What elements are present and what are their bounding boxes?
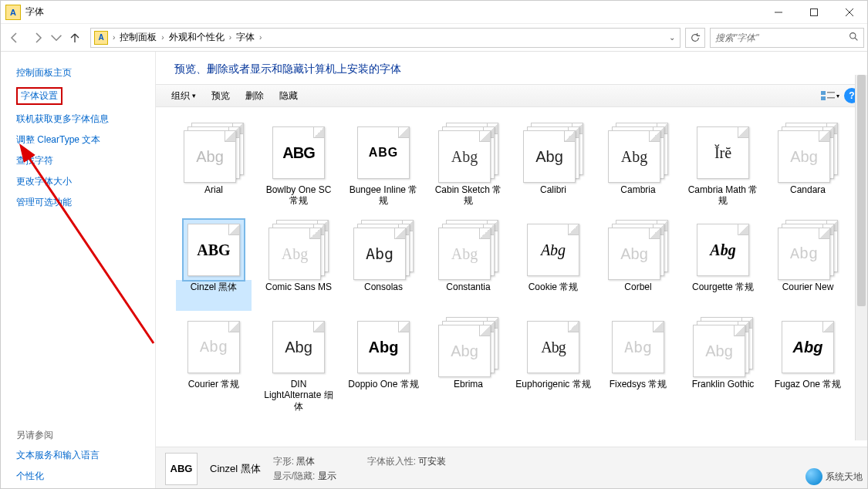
breadcrumb-item[interactable]: 字体: [233, 29, 258, 47]
fonts-app-icon: A: [5, 5, 21, 20]
sidebar: 控制面板主页字体设置联机获取更多字体信息调整 ClearType 文本查找字符更…: [1, 52, 155, 489]
fonts-location-icon: A: [94, 31, 108, 45]
font-name-label: Courier 常规: [176, 377, 252, 408]
font-item[interactable]: AbgAbgAbgFixedsys 常规: [599, 315, 677, 415]
font-item[interactable]: AbgEbrima: [429, 315, 508, 415]
breadcrumb-dropdown[interactable]: ⌄: [664, 33, 680, 42]
search-input[interactable]: [715, 32, 849, 43]
font-name-label: Comic Sans MS: [261, 280, 336, 311]
font-name-label: Courier New: [770, 280, 846, 311]
chevron-right-icon[interactable]: ›: [258, 33, 263, 42]
font-name-label: Cookie 常规: [515, 280, 591, 311]
sidebar-link[interactable]: 调整 ClearType 文本: [16, 130, 155, 150]
page-title: 预览、删除或者显示和隐藏计算机上安装的字体: [174, 62, 849, 76]
font-item[interactable]: AbgFranklin Gothic: [684, 315, 762, 415]
details-show-label: 显示/隐藏:: [273, 470, 316, 481]
recent-dropdown[interactable]: [50, 27, 62, 49]
font-name-label: Cinzel 黑体: [176, 280, 252, 311]
svg-rect-1: [811, 8, 818, 15]
font-item[interactable]: ABGABGABGBowlby One SC 常规: [259, 121, 338, 215]
search-icon[interactable]: [849, 31, 859, 45]
page-header: 预览、删除或者显示和隐藏计算机上安装的字体: [156, 52, 867, 84]
font-item[interactable]: AbgAbgAbgCookie 常规: [514, 218, 593, 312]
font-item[interactable]: AbgCabin Sketch 常规: [429, 121, 508, 215]
sidebar-link[interactable]: 更改字体大小: [16, 171, 155, 192]
font-item[interactable]: AbgArial: [174, 121, 253, 215]
font-item[interactable]: AbgAbgAbgDoppio One 常规: [344, 315, 423, 415]
font-name-label: Constantia: [431, 280, 506, 311]
details-thumbnail: ABG: [165, 453, 198, 485]
sidebar-link[interactable]: 控制面板主页: [16, 62, 155, 83]
details-embed-value: 可安装: [418, 456, 446, 467]
font-item[interactable]: ABGABGABGCinzel 黑体: [174, 218, 253, 312]
back-button[interactable]: [4, 27, 25, 49]
delete-button[interactable]: 删除: [238, 85, 272, 106]
seealso-link[interactable]: 文本服务和输入语言: [16, 445, 155, 466]
font-name-label: Fugaz One 常规: [770, 377, 846, 408]
sidebar-link[interactable]: 字体设置: [16, 83, 155, 109]
font-name-label: Fixedsys 常规: [600, 377, 676, 408]
font-item[interactable]: AbgAbgAbgFugaz One 常规: [768, 315, 847, 415]
details-pane: ABG Cinzel 黑体 字形: 黑体 字体嵌入性: 可安装 显示/隐藏: 显…: [156, 447, 867, 489]
font-item[interactable]: ĬrĕĬrĕĬrĕCambria Math 常规: [684, 121, 762, 215]
font-item[interactable]: AbgCalibri: [514, 121, 593, 215]
preview-button[interactable]: 预览: [204, 85, 238, 106]
font-item[interactable]: AbgConsolas: [344, 218, 423, 312]
search-box[interactable]: [710, 28, 864, 48]
toolbar: 组织 预览 删除 隐藏 ▾ ?: [156, 84, 867, 107]
font-name-label: Ebrima: [431, 377, 506, 408]
scrollbar[interactable]: [855, 75, 867, 440]
refresh-button[interactable]: [685, 28, 705, 48]
scrollbar-thumb[interactable]: [857, 75, 866, 306]
font-item[interactable]: AbgAbgAbgEuphorigenic 常规: [514, 315, 593, 415]
up-button[interactable]: [64, 27, 86, 49]
fonts-grid: AbgArialABGABGABGBowlby One SC 常规ABGABGA…: [156, 107, 867, 447]
chevron-right-icon[interactable]: ›: [228, 33, 233, 42]
sidebar-link[interactable]: 查找字符: [16, 150, 155, 171]
font-name-label: Candara: [770, 183, 846, 214]
svg-rect-8: [821, 96, 826, 100]
seealso-link[interactable]: 个性化: [16, 466, 155, 487]
font-name-label: DIN LightAlternate 细体: [261, 377, 336, 413]
view-options-button[interactable]: ▾: [819, 90, 841, 101]
svg-point-4: [850, 32, 856, 38]
sidebar-link[interactable]: 管理可选功能: [16, 192, 155, 213]
font-item[interactable]: AbgCourier New: [768, 218, 847, 312]
breadcrumb-item[interactable]: 控制面板: [117, 29, 160, 47]
maximize-button[interactable]: [796, 1, 832, 24]
close-button[interactable]: [832, 1, 867, 24]
forward-button[interactable]: [27, 27, 49, 49]
details-show-value: 显示: [318, 470, 336, 481]
font-item[interactable]: ABGABGABGBungee Inline 常规: [344, 121, 423, 215]
font-item[interactable]: AbgAbgAbgCourgette 常规: [684, 218, 762, 312]
sidebar-link[interactable]: 联机获取更多字体信息: [16, 109, 155, 130]
font-item[interactable]: AbgCorbel: [599, 218, 677, 312]
window-title: 字体: [25, 5, 761, 19]
chevron-right-icon[interactable]: ›: [111, 33, 117, 42]
breadcrumb-item[interactable]: 外观和个性化: [166, 29, 228, 47]
minimize-button[interactable]: [761, 1, 796, 24]
details-style-label: 字形:: [273, 456, 294, 467]
hide-button[interactable]: 隐藏: [272, 85, 306, 106]
chevron-right-icon[interactable]: ›: [160, 33, 165, 42]
svg-rect-10: [827, 97, 835, 99]
navigation-bar: A › 控制面板 › 外观和个性化 › 字体 › ⌄: [1, 24, 867, 52]
main-area: 预览、删除或者显示和隐藏计算机上安装的字体 组织 预览 删除 隐藏 ▾ ? Ab…: [155, 52, 867, 489]
font-item[interactable]: AbgCambria: [599, 121, 677, 215]
font-item[interactable]: AbgAbgAbgDIN LightAlternate 细体: [259, 315, 338, 415]
font-name-label: Courgette 常规: [685, 280, 761, 311]
font-name-label: Bungee Inline 常规: [346, 183, 421, 214]
organize-button[interactable]: 组织: [164, 85, 204, 106]
font-item[interactable]: AbgComic Sans MS: [259, 218, 338, 312]
svg-rect-9: [827, 92, 835, 93]
svg-rect-7: [821, 91, 826, 95]
font-name-label: Arial: [176, 183, 252, 214]
window-titlebar: A 字体: [1, 1, 867, 24]
font-item[interactable]: AbgConstantia: [429, 218, 508, 312]
font-item[interactable]: AbgCandara: [768, 121, 847, 215]
font-name-label: Consolas: [346, 280, 421, 311]
font-name-label: Cambria: [600, 183, 676, 214]
breadcrumb[interactable]: A › 控制面板 › 外观和个性化 › 字体 › ⌄: [90, 28, 681, 48]
details-embed-label: 字体嵌入性:: [367, 456, 416, 467]
font-item[interactable]: AbgAbgAbgCourier 常规: [174, 315, 253, 415]
